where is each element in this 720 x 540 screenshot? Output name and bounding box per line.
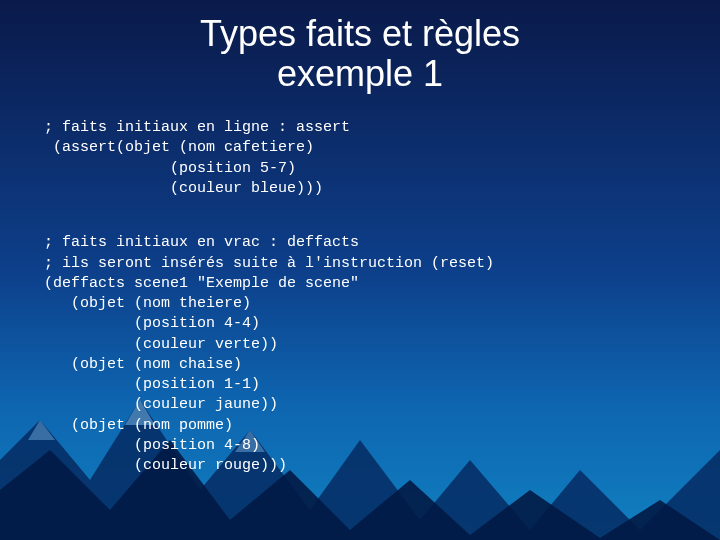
title-line-1: Types faits et règles [200,13,520,54]
code-line: ; faits initiaux en ligne : assert [44,119,350,136]
code-line: (objet (nom theiere) [44,295,251,312]
code-line: (position 5-7) [44,160,296,177]
code-line: (couleur bleue))) [44,180,323,197]
code-line: (position 1-1) [44,376,260,393]
code-line: (objet (nom chaise) [44,356,242,373]
code-line: ; ils seront insérés suite à l'instructi… [44,255,494,272]
code-line: (couleur verte)) [44,336,278,353]
code-line: (objet (nom pomme) [44,417,233,434]
code-line: (couleur jaune)) [44,396,278,413]
slide-title: Types faits et règles exemple 1 [0,14,720,93]
code-line: (position 4-4) [44,315,260,332]
code-line: (assert(objet (nom cafetiere) [44,139,314,156]
title-line-2: exemple 1 [277,53,443,94]
slide: Types faits et règles exemple 1 ; faits … [0,0,720,540]
code-line: (position 4-8) [44,437,260,454]
code-line: (deffacts scene1 "Exemple de scene" [44,275,359,292]
code-line: ; faits initiaux en vrac : deffacts [44,234,359,251]
code-block: ; faits initiaux en ligne : assert (asse… [44,118,684,476]
code-line: (couleur rouge))) [44,457,287,474]
